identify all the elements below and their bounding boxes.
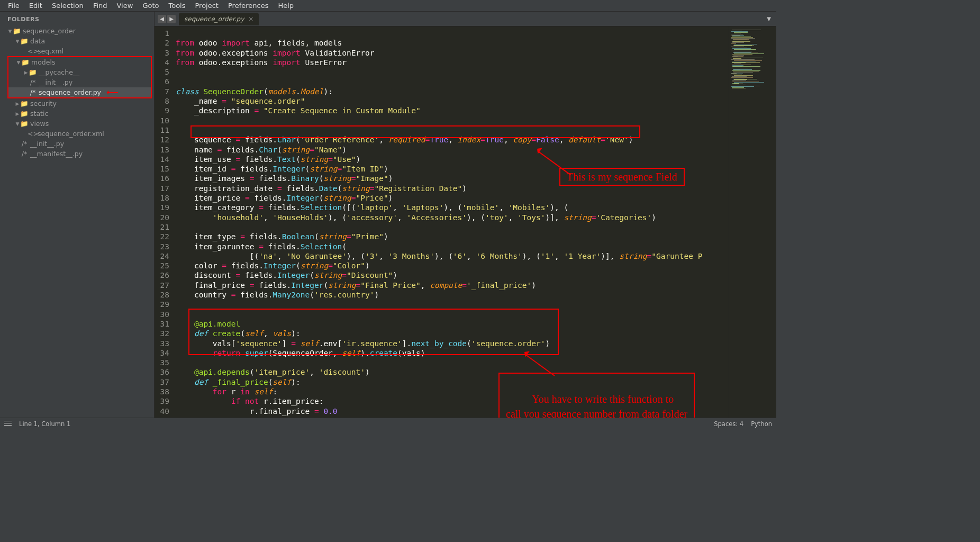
chevron-down-icon: ▼ [15, 39, 20, 44]
tab-bar: ◀ ▶ sequence_order.py × ▼ [155, 12, 776, 26]
tree-label: seq.xml [38, 47, 63, 55]
tree-pycache[interactable]: ▶ 📁 __pycache__ [8, 67, 151, 77]
chevron-right-icon: ▶ [23, 70, 29, 75]
menu-selection[interactable]: Selection [47, 1, 88, 11]
chevron-down-icon: ▼ [16, 60, 21, 65]
close-icon[interactable]: × [248, 15, 253, 23]
menu-bar: File Edit Selection Find View Goto Tools… [0, 0, 776, 12]
tree-label: __init__.py [30, 140, 64, 148]
chevron-down-icon: ▼ [7, 29, 13, 34]
status-bar: Line 1, Column 1 Spaces: 4 Python [0, 418, 776, 429]
tab-label: sequence_order.py [184, 15, 244, 23]
code-editor[interactable]: from odoo import api, fields, models fro… [176, 26, 729, 418]
tree-data[interactable]: ▼ 📁 data [0, 36, 154, 46]
menu-help[interactable]: Help [273, 1, 298, 11]
tree-label: __init__.py [39, 78, 72, 86]
menu-edit[interactable]: Edit [24, 1, 47, 11]
tree-label: security [30, 100, 57, 107]
menu-tools[interactable]: Tools [164, 1, 190, 11]
tree-seq-order-xml[interactable]: <> sequence_order.xml [0, 129, 154, 139]
annotation-sequence-field-label: This is my sequence Field [559, 168, 685, 186]
menu-view[interactable]: View [112, 1, 138, 11]
chevron-down-icon: ▼ [15, 121, 20, 127]
tree-label: __pycache__ [39, 68, 79, 76]
folder-icon: 📁 [20, 110, 29, 118]
python-icon: /* [20, 140, 29, 148]
python-icon: /* [29, 78, 37, 86]
menu-goto[interactable]: Goto [138, 1, 164, 11]
folder-icon: 📁 [20, 37, 29, 45]
tree-label: sequence_order.xml [38, 130, 104, 138]
annotation-arrow-icon: ⟵ [106, 87, 119, 97]
menu-project[interactable]: Project [190, 1, 223, 11]
tab-forward-button[interactable]: ▶ [167, 15, 176, 23]
menu-file[interactable]: File [3, 1, 24, 11]
python-icon: /* [20, 150, 29, 158]
tree-label: models [31, 58, 55, 66]
tree-label: data [30, 37, 45, 45]
tree-label: static [30, 110, 48, 118]
minimap[interactable] [729, 26, 776, 418]
indent-settings[interactable]: Spaces: 4 [714, 420, 743, 428]
tree-root-init[interactable]: /* __init__.py [0, 139, 154, 149]
chevron-right-icon: ▶ [15, 111, 20, 116]
tree-init-py[interactable]: /* __init__.py [8, 77, 151, 87]
tree-label: sequence_order [23, 27, 76, 35]
folder-icon: 📁 [20, 120, 29, 128]
menu-preferences[interactable]: Preferences [223, 1, 273, 11]
tree-label: sequence_order.py [39, 88, 101, 96]
folders-sidebar[interactable]: FOLDERS ▼ 📁 sequence_order ▼ 📁 data <> s… [0, 12, 155, 418]
syntax-language[interactable]: Python [751, 420, 772, 428]
tree-sequence-order-py[interactable]: /* sequence_order.py ⟵ [8, 87, 151, 97]
folder-icon: 📁 [20, 100, 29, 107]
tab-sequence-order[interactable]: sequence_order.py × [179, 13, 259, 25]
tree-models[interactable]: ▼ 📁 models [8, 57, 151, 67]
tree-label: views [30, 120, 49, 128]
folder-icon: 📁 [29, 68, 37, 76]
annotation-func-label: You have to write this function tocall y… [498, 373, 695, 418]
tree-security[interactable]: ▶ 📁 security [0, 98, 154, 109]
cursor-position[interactable]: Line 1, Column 1 [19, 420, 70, 428]
tree-root[interactable]: ▼ 📁 sequence_order [0, 26, 154, 36]
folder-icon: 📁 [21, 58, 30, 66]
menu-find[interactable]: Find [88, 1, 112, 11]
tab-back-button[interactable]: ◀ [158, 15, 166, 23]
editor-area: ◀ ▶ sequence_order.py × ▼ 1 2 3 4 5 6 7 … [155, 12, 776, 418]
hamburger-icon[interactable] [4, 421, 12, 427]
tree-seq-xml[interactable]: <> seq.xml [0, 46, 154, 56]
folder-icon: 📁 [13, 27, 21, 35]
xml-icon: <> [28, 47, 36, 55]
chevron-right-icon: ▶ [15, 101, 20, 106]
tab-overflow-menu[interactable]: ▼ [761, 16, 776, 22]
tree-static[interactable]: ▶ 📁 static [0, 109, 154, 119]
tree-manifest[interactable]: /* __manifest__.py [0, 149, 154, 159]
python-icon: /* [29, 88, 37, 96]
xml-icon: <> [28, 130, 36, 138]
tree-views[interactable]: ▼ 📁 views [0, 119, 154, 129]
folders-header: FOLDERS [0, 14, 154, 26]
tree-label: __manifest__.py [30, 150, 83, 158]
line-number-gutter: 1 2 3 4 5 6 7 8 9 10 11 12 13 14 15 16 1… [155, 26, 176, 418]
